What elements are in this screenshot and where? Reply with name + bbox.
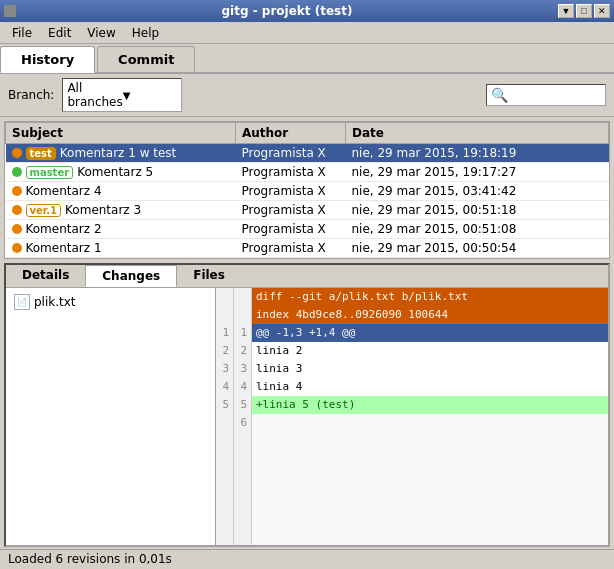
cell-date: nie, 29 mar 2015, 03:41:42 (346, 182, 609, 201)
statusbar: Loaded 6 revisions in 0,01s (0, 549, 614, 569)
titlebar: gitg - projekt (test) ▼ □ ✕ (0, 0, 614, 22)
commit-dot (12, 205, 22, 215)
branch-badge: master (26, 166, 74, 179)
minimize-button[interactable]: ▼ (558, 4, 574, 18)
bottom-tabs: Details Changes Files (6, 265, 608, 288)
cell-date: nie, 29 mar 2015, 00:51:18 (346, 201, 609, 220)
list-item[interactable]: 📄 plik.txt (10, 292, 211, 312)
bottom-section: Details Changes Files 📄 plik.txt 1 2 3 (4, 263, 610, 547)
diff-panel: 1 2 3 4 5 1 2 3 4 5 6 diff --g (216, 288, 608, 545)
search-icon: 🔍 (491, 87, 508, 103)
cell-author: Programista X (236, 163, 346, 182)
diff-line-2: linia 3 (252, 360, 608, 378)
diff-line-1: linia 2 (252, 342, 608, 360)
table-row[interactable]: ver.1Komentarz 3Programista Xnie, 29 mar… (6, 201, 609, 220)
col-subject: Subject (6, 123, 236, 144)
cell-date: nie, 29 mar 2015, 00:50:54 (346, 239, 609, 258)
cell-subject: masterKomentarz 5 (6, 163, 236, 182)
table-row[interactable]: Komentarz 1Programista Xnie, 29 mar 2015… (6, 239, 609, 258)
cell-author: Programista X (236, 201, 346, 220)
branch-dropdown[interactable]: All branches ▼ (62, 78, 182, 112)
commit-subject: Komentarz 1 w test (60, 146, 177, 160)
tab-history[interactable]: History (0, 46, 95, 73)
tab-changes[interactable]: Changes (85, 265, 177, 287)
app-icon (4, 5, 16, 17)
tabs-bar: History Commit (0, 44, 614, 74)
diff-header-line1: diff --git a/plik.txt b/plik.txt (252, 288, 608, 306)
cell-date: nie, 29 mar 2015, 00:51:08 (346, 220, 609, 239)
maximize-button[interactable]: □ (576, 4, 592, 18)
commit-subject: Komentarz 5 (77, 165, 153, 179)
menu-view[interactable]: View (79, 24, 123, 41)
table-header-row: Subject Author Date (6, 123, 609, 144)
menu-file[interactable]: File (4, 24, 40, 41)
table-row[interactable]: masterKomentarz 5Programista Xnie, 29 ma… (6, 163, 609, 182)
main-layout: History Commit Branch: All branches ▼ 🔍 … (0, 44, 614, 569)
tab-files[interactable]: Files (177, 265, 241, 287)
cell-subject: Komentarz 2 (6, 220, 236, 239)
menubar: File Edit View Help (0, 22, 614, 44)
diff-hunk-header: @@ -1,3 +1,4 @@ (252, 324, 608, 342)
commit-dot (12, 243, 22, 253)
commit-subject: Komentarz 1 (26, 241, 102, 255)
line-numbers-new: 1 2 3 4 5 6 (234, 288, 252, 545)
branch-selected-value: All branches (67, 81, 122, 109)
menu-edit[interactable]: Edit (40, 24, 79, 41)
branch-bar: Branch: All branches ▼ 🔍 (0, 74, 614, 117)
files-panel: 📄 plik.txt (6, 288, 216, 545)
bottom-content: 📄 plik.txt 1 2 3 4 5 1 (6, 288, 608, 545)
diff-line-3: linia 4 (252, 378, 608, 396)
cell-author: Programista X (236, 220, 346, 239)
cell-subject: Komentarz 1 (6, 239, 236, 258)
window-controls: ▼ □ ✕ (558, 4, 610, 18)
file-icon: 📄 (14, 294, 30, 310)
filename: plik.txt (34, 295, 76, 309)
col-author: Author (236, 123, 346, 144)
cell-subject: ver.1Komentarz 3 (6, 201, 236, 220)
cell-author: Programista X (236, 144, 346, 163)
search-box[interactable]: 🔍 (486, 84, 606, 106)
close-button[interactable]: ✕ (594, 4, 610, 18)
statusbar-text: Loaded 6 revisions in 0,01s (8, 552, 172, 566)
cell-author: Programista X (236, 182, 346, 201)
table-row[interactable]: Komentarz 2Programista Xnie, 29 mar 2015… (6, 220, 609, 239)
table-row[interactable]: testKomentarz 1 w testProgramista Xnie, … (6, 144, 609, 163)
branch-badge: test (26, 147, 56, 160)
cell-subject: Komentarz 4 (6, 182, 236, 201)
commit-subject: Komentarz 4 (26, 184, 102, 198)
diff-content: diff --git a/plik.txt b/plik.txt index 4… (252, 288, 608, 545)
menu-help[interactable]: Help (124, 24, 167, 41)
branch-label: Branch: (8, 88, 54, 102)
cell-date: nie, 29 mar 2015, 19:17:27 (346, 163, 609, 182)
commits-section: Subject Author Date testKomentarz 1 w te… (4, 121, 610, 259)
cell-author: Programista X (236, 239, 346, 258)
cell-subject: testKomentarz 1 w test (6, 144, 236, 163)
commit-subject: Komentarz 2 (26, 222, 102, 236)
col-date: Date (346, 123, 609, 144)
commit-dot (12, 224, 22, 234)
diff-header-line2: index 4bd9ce8..0926090 100644 (252, 306, 608, 324)
commits-table: Subject Author Date testKomentarz 1 w te… (5, 122, 609, 258)
branch-badge: ver.1 (26, 204, 62, 217)
tab-commit[interactable]: Commit (97, 46, 195, 72)
commit-dot (12, 186, 22, 196)
branch-dropdown-arrow: ▼ (123, 90, 178, 101)
tab-details[interactable]: Details (6, 265, 85, 287)
commit-dot (12, 167, 22, 177)
commit-dot (12, 148, 22, 158)
cell-date: nie, 29 mar 2015, 19:18:19 (346, 144, 609, 163)
line-numbers-old: 1 2 3 4 5 (216, 288, 234, 545)
window-title: gitg - projekt (test) (16, 4, 558, 18)
commit-subject: Komentarz 3 (65, 203, 141, 217)
table-row[interactable]: Komentarz 4Programista Xnie, 29 mar 2015… (6, 182, 609, 201)
diff-line-4: +linia 5 (test) (252, 396, 608, 414)
